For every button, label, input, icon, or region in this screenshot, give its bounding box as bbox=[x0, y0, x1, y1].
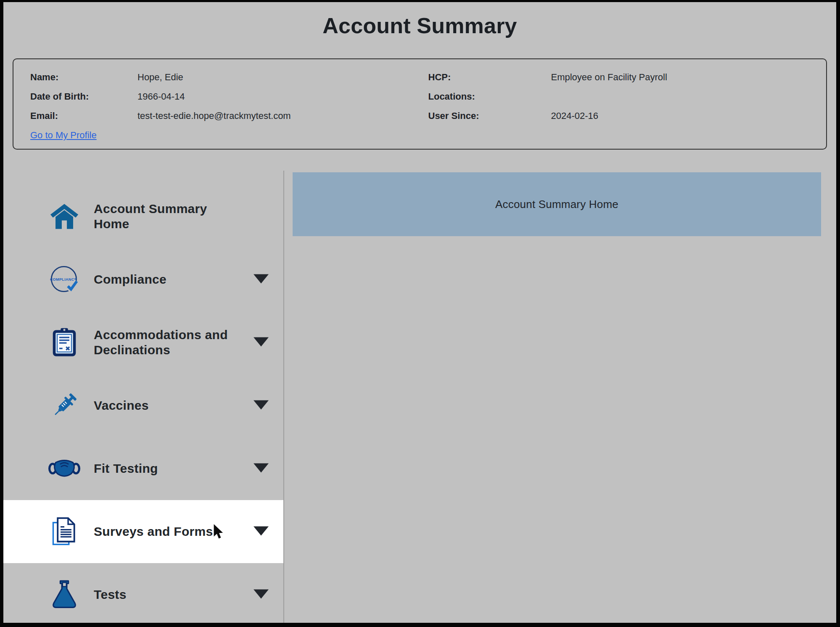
sidebar-item-compliance[interactable]: COMPLIANCE Compliance bbox=[3, 248, 283, 311]
field-label: Email: bbox=[30, 109, 137, 123]
chevron-down-icon[interactable] bbox=[253, 526, 269, 536]
field-label: User Since: bbox=[428, 109, 551, 123]
home-icon bbox=[48, 200, 80, 233]
profile-field-row: Locations: bbox=[428, 90, 827, 103]
chevron-down-icon[interactable] bbox=[253, 337, 269, 347]
sidebar-item-label: Tests bbox=[94, 587, 127, 602]
flask-icon bbox=[48, 578, 80, 611]
field-value bbox=[551, 90, 827, 103]
page-title: Account Summary bbox=[3, 13, 836, 38]
profile-summary-card: Name:Hope, EdieDate of Birth:1966-04-14E… bbox=[13, 58, 827, 150]
profile-field-row: User Since:2024-02-16 bbox=[428, 109, 827, 123]
documents-icon bbox=[48, 515, 80, 548]
app-window: Account Summary Name:Hope, EdieDate of B… bbox=[0, 0, 840, 627]
clipboard-icon bbox=[48, 326, 80, 359]
field-label: HCP: bbox=[428, 70, 551, 84]
syringe-icon bbox=[48, 389, 80, 422]
field-label: Locations: bbox=[428, 90, 551, 103]
sidebar-item-vaccines[interactable]: Vaccines bbox=[3, 374, 283, 437]
chevron-down-icon[interactable] bbox=[253, 463, 269, 473]
sidebar-item-tests[interactable]: Tests bbox=[3, 563, 283, 626]
compliance-badge-text: COMPLIANCE bbox=[50, 277, 77, 282]
content-header-label: Account Summary Home bbox=[495, 198, 618, 211]
field-value: test-test-edie.hope@trackmytest.com bbox=[137, 109, 428, 123]
content-row: Account Summary Home COMPLIANCE Complian… bbox=[3, 171, 836, 623]
profile-field-row: Name:Hope, Edie bbox=[30, 70, 428, 84]
profile-link-row: Go to My Profile bbox=[30, 128, 428, 143]
sidebar-item-label: Compliance bbox=[94, 272, 166, 287]
field-value: Hope, Edie bbox=[137, 70, 428, 84]
field-value: 1966-04-14 bbox=[137, 90, 428, 103]
profile-field-row: Date of Birth:1966-04-14 bbox=[30, 90, 428, 103]
sidebar-item-label: Account Summary Home bbox=[94, 201, 240, 232]
sidebar-item-label: Fit Testing bbox=[94, 461, 158, 476]
content-header-bar: Account Summary Home bbox=[293, 172, 821, 236]
sidebar-item-fit-testing[interactable]: Fit Testing bbox=[3, 437, 283, 500]
sidebar-item-surveys-and-forms[interactable]: Surveys and Forms bbox=[3, 500, 283, 563]
field-value: 2024-02-16 bbox=[551, 109, 827, 123]
sidebar-item-label: Vaccines bbox=[94, 398, 149, 413]
go-to-profile-link[interactable]: Go to My Profile bbox=[30, 130, 97, 140]
field-label: Date of Birth: bbox=[30, 90, 137, 103]
face-mask-icon bbox=[48, 452, 80, 485]
chevron-down-icon[interactable] bbox=[253, 400, 269, 410]
sidebar-item-account-summary-home[interactable]: Account Summary Home bbox=[3, 185, 283, 248]
compliance-badge-icon: COMPLIANCE bbox=[48, 263, 80, 296]
sidebar-nav: Account Summary Home COMPLIANCE Complian… bbox=[3, 171, 284, 623]
profile-fields-right: HCP:Employee on Facility PayrollLocation… bbox=[428, 70, 827, 143]
sidebar-item-label: Surveys and Forms bbox=[94, 524, 213, 539]
field-value: Employee on Facility Payroll bbox=[551, 70, 827, 84]
profile-field-row: HCP:Employee on Facility Payroll bbox=[428, 70, 827, 84]
main-content: Account Summary Home bbox=[284, 171, 836, 623]
sidebar-item-accommodations-and-declinations[interactable]: Accommodations and Declinations bbox=[3, 311, 283, 374]
profile-fields-left: Name:Hope, EdieDate of Birth:1966-04-14E… bbox=[30, 70, 428, 143]
chevron-down-icon[interactable] bbox=[253, 274, 269, 284]
sidebar-item-label: Accommodations and Declinations bbox=[94, 327, 240, 358]
field-label: Name: bbox=[30, 70, 137, 84]
chevron-down-icon[interactable] bbox=[253, 589, 269, 599]
profile-field-row: Email:test-test-edie.hope@trackmytest.co… bbox=[30, 109, 428, 123]
